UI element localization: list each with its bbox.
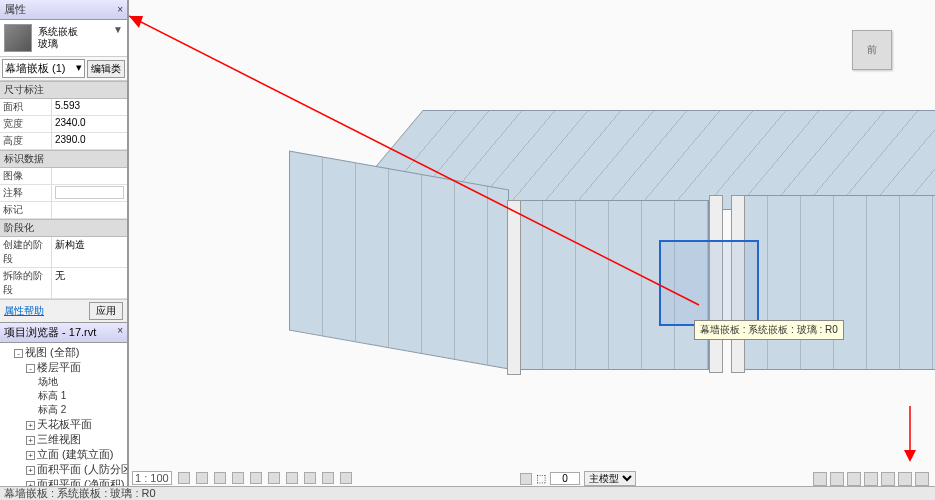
crop-icon[interactable]: [268, 472, 280, 484]
lock-icon[interactable]: [304, 472, 316, 484]
section-dimensions[interactable]: 尺寸标注: [0, 81, 127, 99]
properties-panel: 属性 × 系统嵌板 玻璃 ▼ 幕墙嵌板 (1)▾ 编辑类 尺寸标注 面积5.59…: [0, 0, 128, 486]
comment-input[interactable]: [55, 186, 124, 199]
tree-item[interactable]: 标高 1: [38, 389, 125, 403]
curtain-wall[interactable]: [734, 195, 935, 370]
prop-key: 图像: [0, 168, 52, 184]
browser-title: 项目浏览器 - 17.rvt: [4, 325, 96, 340]
prop-key: 高度: [0, 133, 52, 149]
close-icon[interactable]: ×: [117, 4, 123, 15]
select-links-icon[interactable]: [830, 472, 844, 486]
properties-title: 属性: [4, 2, 26, 17]
detail-level-icon[interactable]: [178, 472, 190, 484]
building-model[interactable]: [289, 110, 935, 400]
mullion: [507, 200, 521, 375]
prop-val: 2390.0: [52, 133, 127, 149]
status-text: 幕墙嵌板 : 系统嵌板 : 玻璃 : R0: [4, 486, 156, 500]
status-center-controls: ⬚ 主模型: [520, 471, 636, 486]
expand-icon[interactable]: +: [26, 466, 35, 475]
select-pinned-icon[interactable]: [864, 472, 878, 486]
shadows-icon[interactable]: [232, 472, 244, 484]
mode-select[interactable]: 主模型: [584, 471, 636, 486]
rendering-icon[interactable]: [250, 472, 262, 484]
prop-key: 面积: [0, 99, 52, 115]
filter-icon[interactable]: [915, 472, 929, 486]
prop-val[interactable]: [52, 168, 127, 184]
properties-help-link[interactable]: 属性帮助: [4, 304, 44, 318]
type-selector[interactable]: 系统嵌板 玻璃 ▼: [0, 20, 127, 57]
prop-key: 创建的阶段: [0, 237, 52, 267]
prop-val[interactable]: [52, 202, 127, 218]
selection-controls: [813, 472, 929, 486]
expand-icon[interactable]: -: [14, 349, 23, 358]
crop-region-icon[interactable]: [286, 472, 298, 484]
sun-path-icon[interactable]: [214, 472, 226, 484]
section-identity[interactable]: 标识数据: [0, 150, 127, 168]
viewcube-face[interactable]: 前: [852, 30, 892, 70]
project-browser-tree[interactable]: -视图 (全部) -楼层平面 场地 标高 1 标高 2 +天花板平面 +三维视图…: [0, 343, 127, 486]
prop-key: 注释: [0, 185, 52, 201]
select-face-icon[interactable]: [881, 472, 895, 486]
scale-selector[interactable]: 1 : 100: [132, 471, 172, 485]
prop-val: 2340.0: [52, 116, 127, 132]
sync-icon[interactable]: [813, 472, 827, 486]
close-icon[interactable]: ×: [117, 325, 123, 340]
view-control-bar: 1 : 100: [132, 470, 352, 486]
element-tooltip: 幕墙嵌板 : 系统嵌板 : 玻璃 : R0: [694, 320, 844, 340]
expand-icon[interactable]: +: [26, 436, 35, 445]
prop-val: 新构造: [52, 237, 127, 267]
prop-val: 5.593: [52, 99, 127, 115]
prop-key: 标记: [0, 202, 52, 218]
visual-style-icon[interactable]: [196, 472, 208, 484]
svg-marker-3: [904, 450, 916, 462]
tree-item[interactable]: 场地: [38, 375, 125, 389]
edit-type-button[interactable]: 编辑类: [87, 60, 125, 78]
properties-header: 属性 ×: [0, 0, 127, 20]
prop-key: 拆除的阶段: [0, 268, 52, 298]
section-phasing[interactable]: 阶段化: [0, 219, 127, 237]
chevron-down-icon: ▾: [76, 61, 82, 76]
type-thumbnail-icon: [4, 24, 32, 52]
type-name: 系统嵌板: [38, 26, 123, 38]
selected-panel-highlight[interactable]: [659, 240, 759, 326]
count-input[interactable]: [550, 472, 580, 485]
expand-icon[interactable]: +: [26, 451, 35, 460]
annotation-arrow-down: [895, 406, 925, 466]
select-underlay-icon[interactable]: [847, 472, 861, 486]
prop-key: 宽度: [0, 116, 52, 132]
reveal-icon[interactable]: [340, 472, 352, 484]
3d-viewport[interactable]: 幕墙嵌板 : 系统嵌板 : 玻璃 : R0 前: [128, 0, 935, 486]
project-browser-header: 项目浏览器 - 17.rvt ×: [0, 322, 127, 343]
instance-combo[interactable]: 幕墙嵌板 (1)▾: [2, 59, 85, 78]
svg-marker-1: [129, 16, 143, 28]
temp-hide-icon[interactable]: [322, 472, 334, 484]
curtain-wall[interactable]: [289, 151, 509, 370]
drag-icon[interactable]: [898, 472, 912, 486]
chevron-down-icon[interactable]: ▼: [113, 24, 123, 35]
prop-val: 无: [52, 268, 127, 298]
worksets-icon[interactable]: [520, 473, 532, 485]
type-sub: 玻璃: [38, 38, 123, 50]
status-bar: 幕墙嵌板 : 系统嵌板 : 玻璃 : R0: [0, 486, 935, 500]
tree-item[interactable]: 标高 2: [38, 403, 125, 417]
viewcube[interactable]: 前: [852, 30, 900, 78]
expand-icon[interactable]: -: [26, 364, 35, 373]
apply-button[interactable]: 应用: [89, 302, 123, 320]
expand-icon[interactable]: +: [26, 421, 35, 430]
